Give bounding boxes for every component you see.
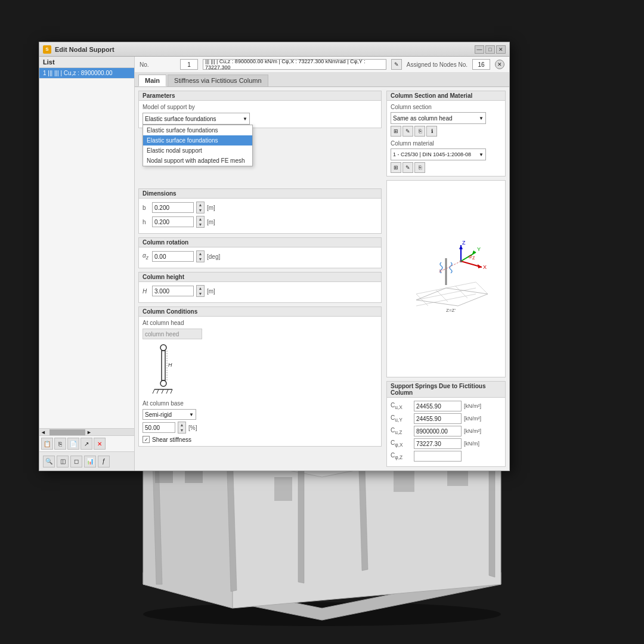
delete-btn[interactable]: ✕	[94, 438, 106, 450]
close-button[interactable]: ✕	[496, 45, 506, 54]
svg-text:Z: Z	[472, 256, 475, 260]
dropdown-option-3[interactable]: Nodal support with adapted FE mesh	[143, 156, 252, 166]
base-percent-input[interactable]: 50.00	[143, 422, 175, 433]
col-material-copy-btn[interactable]: ⎘	[414, 162, 425, 173]
minimize-button[interactable]: —	[475, 45, 484, 54]
col-section-copy-btn[interactable]: ⎘	[414, 126, 425, 137]
svg-text:Y: Y	[477, 246, 481, 252]
col-material-label: Column material	[391, 140, 501, 147]
h-decrement[interactable]: ▼	[197, 222, 204, 227]
column-section-box: Column Section and Material Column secti…	[386, 91, 506, 177]
dropdown-option-1[interactable]: Elastic surface foundations	[143, 135, 252, 145]
col-section-arrow-icon: ▼	[479, 116, 484, 121]
H-increment[interactable]: ▲	[197, 286, 204, 291]
model-dropdown[interactable]: Elastic surface foundations ▼	[143, 113, 250, 125]
rotation-section: Column rotation αz 0.00 ▲ ▼ [deg]	[138, 237, 382, 268]
alpha-increment[interactable]: ▲	[197, 251, 204, 256]
select-btn[interactable]: ◻	[70, 456, 82, 467]
col-section-edit-btn[interactable]: ✎	[402, 126, 413, 137]
alpha-row: αz 0.00 ▲ ▼ [deg]	[143, 250, 377, 262]
dimensions-content: b 0.200 ▲ ▼ [m] h 0.200	[139, 199, 381, 233]
copy-btn[interactable]: ⎘	[54, 438, 66, 450]
list-panel: List 1 ||| ||| | Cu,z : 8900000.00 ◄ ► 📋…	[39, 57, 135, 470]
alpha-input[interactable]: 0.00	[152, 251, 194, 262]
left-form: Parameters Model of support by Elastic s…	[138, 91, 382, 467]
col-material-select[interactable]: 1 - C25/30 | DIN 1045-1:2008-08 ▼	[391, 148, 486, 160]
grid-btn[interactable]: ◫	[57, 456, 69, 467]
spring-value-2: 8900000.00	[414, 426, 462, 436]
h-increment[interactable]: ▲	[197, 216, 204, 222]
svg-line-31	[157, 389, 159, 394]
springs-content: Cu,X 24455.90 [kN/m²] Cu,Y 24455.90 [kN/…	[387, 398, 505, 466]
spring-value-1: 24455.90	[414, 413, 462, 424]
base-type-row: Semi-rigid ▼	[143, 409, 377, 420]
head-value-field: column heed	[143, 329, 202, 339]
tab-stiffness[interactable]: Stiffness via Fictitious Column	[168, 75, 268, 86]
H-input[interactable]: 3.000	[152, 286, 194, 296]
h-unit: [m]	[207, 219, 215, 225]
col-section-info-btn[interactable]: ℹ	[426, 126, 437, 137]
axes-diagram-svg: Y X Z α Z	[398, 240, 494, 318]
name-field[interactable]: ||| ||| | Cu,z : 8900000.00 kN/m | Cφ,X …	[203, 59, 386, 70]
base-type-select[interactable]: Semi-rigid ▼	[143, 409, 196, 420]
base-percent-increment[interactable]: ▲	[178, 422, 185, 428]
spring-unit-2: [kN/m²]	[464, 428, 481, 434]
alpha-decrement[interactable]: ▼	[197, 256, 204, 262]
col-material-view-btn[interactable]: ⊞	[391, 162, 401, 173]
h-input[interactable]: 0.200	[152, 216, 194, 227]
zoom-btn[interactable]: 🔍	[43, 456, 55, 467]
base-select-arrow-icon: ▼	[189, 412, 194, 417]
func-btn[interactable]: ƒ	[98, 456, 110, 467]
b-input[interactable]: 0.200	[152, 202, 194, 213]
col-material-arrow-icon: ▼	[479, 152, 484, 157]
h-spinner[interactable]: ▲ ▼	[196, 216, 205, 228]
col-section-toolbar: ⊞ ✎ ⎘ ℹ	[391, 126, 501, 137]
b-row: b 0.200 ▲ ▼ [m]	[143, 202, 377, 213]
name-edit-btn[interactable]: ✎	[391, 59, 402, 70]
export-btn[interactable]: ↗	[80, 438, 92, 450]
new-btn[interactable]: 📋	[41, 438, 53, 450]
shear-row: ✓ Shear stiffness	[143, 436, 377, 443]
dropdown-option-2[interactable]: Elastic nodal support	[143, 145, 252, 156]
assigned-label: Assigned to Nodes No.	[407, 61, 467, 68]
shear-checkbox[interactable]: ✓	[143, 436, 150, 443]
b-decrement[interactable]: ▼	[197, 208, 204, 213]
base-percent-decrement[interactable]: ▼	[178, 428, 185, 433]
col-section-view-btn[interactable]: ⊞	[391, 126, 401, 137]
dialog-title: Edit Nodal Support	[55, 46, 475, 53]
no-field[interactable]: 1	[180, 59, 198, 70]
spring-value-0: 24455.90	[414, 401, 462, 411]
info-btn[interactable]: ✕	[495, 60, 504, 69]
height-section: Column height H 3.000 ▲ ▼ [m]	[138, 272, 382, 303]
maximize-button[interactable]: □	[485, 45, 495, 54]
tab-main[interactable]: Main	[138, 75, 166, 86]
dropdown-option-0[interactable]: Elastic surface foundations	[143, 125, 252, 135]
form-content: Parameters Model of support by Elastic s…	[135, 87, 509, 470]
base-percent-spinner[interactable]: ▲ ▼	[178, 422, 186, 434]
svg-text:X': X'	[439, 268, 443, 274]
window-controls: — □ ✕	[475, 45, 506, 54]
alpha-spinner[interactable]: ▲ ▼	[196, 250, 205, 262]
col-section-select[interactable]: Same as column head ▼	[391, 112, 486, 124]
col-material-edit-btn[interactable]: ✎	[402, 162, 413, 173]
b-increment[interactable]: ▲	[197, 202, 204, 208]
horizontal-scrollbar[interactable]: ◄ ►	[39, 428, 134, 435]
dimensions-section: Dimensions b 0.200 ▲ ▼ [m]	[138, 188, 382, 234]
table-btn[interactable]: 📊	[84, 456, 96, 467]
list-item[interactable]: 1 ||| ||| | Cu,z : 8900000.00	[39, 68, 134, 79]
assigned-field[interactable]: 16	[472, 59, 490, 70]
shear-label: Shear stiffness	[152, 436, 191, 443]
H-decrement[interactable]: ▼	[197, 291, 204, 296]
svg-point-24	[160, 345, 166, 351]
col-material-toolbar: ⊞ ✎ ⎘	[391, 162, 501, 173]
b-spinner[interactable]: ▲ ▼	[196, 202, 205, 213]
paste-btn[interactable]: 📄	[67, 438, 79, 450]
model-row: Model of support by	[143, 104, 377, 110]
spring-label-1: Cu,Y	[391, 414, 411, 423]
b-unit: [m]	[207, 205, 215, 211]
head-label-row: At column head	[143, 320, 377, 326]
H-spinner[interactable]: ▲ ▼	[196, 285, 205, 297]
title-bar: S Edit Nodal Support — □ ✕	[39, 42, 509, 57]
column-section-content: Column section Same as column head ▼ ⊞ ✎…	[387, 101, 505, 176]
svg-text:Z: Z	[462, 240, 466, 246]
